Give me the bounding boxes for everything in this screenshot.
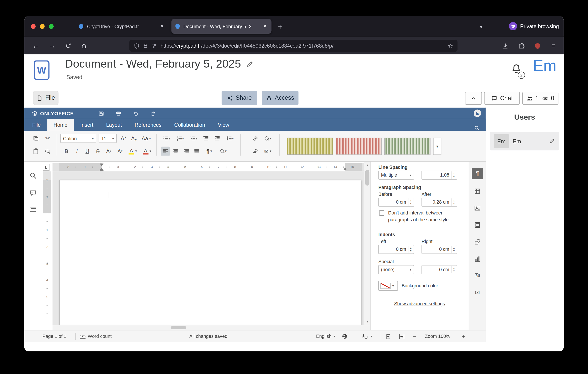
document-page[interactable] — [59, 180, 361, 325]
extensions-button[interactable] — [515, 40, 527, 52]
language-selector[interactable]: English ▾ — [316, 330, 336, 342]
clear-style-button[interactable] — [251, 134, 260, 143]
home-button[interactable] — [78, 40, 90, 52]
new-tab-button[interactable]: + — [275, 21, 285, 32]
forward-button[interactable]: → — [46, 40, 58, 52]
tab-document[interactable]: Document - Wed, February 5, 2 × — [171, 19, 272, 34]
align-center-button[interactable] — [171, 147, 180, 156]
menu-tab-layout[interactable]: Layout — [100, 119, 128, 131]
align-justify-button[interactable] — [192, 147, 201, 156]
spacing-after-input[interactable]: 0.28 cm ▴▾ — [421, 198, 457, 207]
rename-pencil-icon[interactable] — [246, 60, 253, 67]
collapse-toolbar-button[interactable] — [465, 92, 482, 105]
scroll-up-icon[interactable]: ▴ — [364, 163, 371, 167]
align-left-button[interactable] — [161, 147, 170, 156]
special-indent-value-input[interactable]: 0 cm ▴▾ — [421, 265, 457, 274]
print-button[interactable] — [113, 109, 124, 118]
paragraph-style-preview-1[interactable] — [287, 138, 333, 155]
zoom-out-button[interactable]: − — [413, 330, 417, 342]
change-case-button[interactable]: Aa▾ — [140, 134, 153, 143]
bookmark-star-icon[interactable]: ☆ — [448, 42, 453, 49]
vertical-scroll-thumb[interactable] — [365, 170, 369, 186]
page-indicator[interactable]: Page 1 of 1 — [42, 330, 66, 342]
tab-stop-selector[interactable]: L — [43, 164, 49, 171]
list-tabs-chevron-icon[interactable]: ▾ — [476, 21, 486, 32]
user-list-item[interactable]: Em Em — [490, 132, 559, 150]
mail-merge-button[interactable]: ✉▾ — [262, 147, 273, 156]
ublock-origin-button[interactable] — [531, 40, 543, 52]
first-line-indent-marker[interactable] — [100, 164, 104, 166]
zoom-in-button[interactable]: + — [462, 330, 465, 342]
vertical-scrollbar[interactable]: ▴ ▾ — [364, 162, 370, 325]
spinner[interactable]: ▴▾ — [451, 171, 456, 179]
header-footer-settings-icon[interactable] — [472, 219, 483, 231]
share-button[interactable]: Share — [221, 91, 257, 105]
edit-name-pencil-icon[interactable] — [549, 138, 556, 144]
fit-page-button[interactable] — [385, 330, 391, 342]
spinner[interactable]: ▴▾ — [408, 198, 413, 206]
word-count-button[interactable]: 123 Word count — [80, 330, 112, 342]
advanced-settings-link[interactable]: Show advanced settings — [394, 301, 445, 306]
reload-button[interactable] — [62, 40, 74, 52]
right-indent-marker[interactable] — [343, 168, 347, 170]
spacing-before-input[interactable]: 0 cm ▴▾ — [378, 198, 414, 207]
paste-button[interactable] — [31, 147, 40, 156]
editor-user-badge[interactable]: E — [474, 109, 481, 117]
undo-button[interactable] — [130, 109, 141, 118]
document-title[interactable]: Document - Wed, February 5, 2025 — [65, 57, 241, 70]
decrease-indent-button[interactable] — [201, 134, 210, 143]
downloads-button[interactable] — [499, 40, 511, 52]
line-spacing-value-input[interactable]: 1.08 ▴▾ — [421, 171, 457, 180]
back-button[interactable]: ← — [30, 40, 42, 52]
spinner[interactable]: ▴▾ — [451, 246, 456, 253]
traffic-minimize-button[interactable] — [40, 24, 44, 29]
padlock-icon[interactable] — [143, 43, 148, 49]
document-language-button[interactable] — [342, 330, 348, 342]
font-color-button[interactable]: A ▾ — [141, 147, 153, 156]
image-settings-icon[interactable] — [472, 203, 483, 214]
mail-merge-settings-icon[interactable]: ✉ — [472, 287, 483, 298]
font-size-select[interactable]: 11▾ — [99, 134, 116, 143]
shape-settings-icon[interactable] — [472, 236, 483, 248]
menu-tab-view[interactable]: View — [211, 119, 235, 131]
zoom-level[interactable]: Zoom 100% — [425, 330, 450, 342]
chart-settings-icon[interactable] — [472, 253, 483, 265]
copy-button[interactable] — [31, 134, 40, 143]
multilevel-list-button[interactable]: ▾ — [188, 134, 199, 143]
interval-checkbox[interactable] — [379, 210, 384, 216]
paragraph-settings-icon[interactable]: ¶ — [472, 168, 483, 179]
spinner[interactable]: ▴▾ — [408, 246, 413, 253]
copy-style-button[interactable] — [251, 147, 260, 156]
underline-button[interactable]: U — [83, 147, 92, 156]
strikethrough-button[interactable]: S — [93, 147, 102, 156]
save-button[interactable] — [95, 109, 107, 118]
text-art-settings-icon[interactable]: Ta — [472, 269, 483, 280]
editor-search-button[interactable] — [474, 125, 479, 131]
permissions-icon[interactable] — [152, 43, 157, 49]
subscript-button[interactable]: A2 — [115, 147, 125, 156]
redo-button[interactable] — [147, 109, 159, 118]
file-menu-button[interactable]: File — [33, 91, 59, 105]
italic-button[interactable]: I — [73, 147, 82, 156]
chat-button[interactable]: Chat — [484, 92, 520, 105]
menu-tab-insert[interactable]: Insert — [74, 119, 100, 131]
navigation-headings-icon[interactable] — [29, 206, 37, 213]
font-name-select[interactable]: Calibri▾ — [61, 134, 96, 143]
grow-font-button[interactable]: A▴ — [119, 134, 128, 143]
comments-icon[interactable] — [29, 189, 37, 197]
line-spacing-select[interactable]: Multiple ▾ — [378, 171, 414, 180]
spinner[interactable]: ▴▾ — [451, 266, 456, 273]
increase-indent-button[interactable] — [213, 134, 222, 143]
line-spacing-button[interactable]: ▾ — [224, 134, 236, 143]
tracking-protection-shield-icon[interactable] — [134, 43, 139, 49]
hanging-indent-marker[interactable] — [100, 168, 104, 170]
url-bar[interactable]: https://cryptpad.fr/doc/#/3/doc/edit/ff0… — [129, 40, 458, 52]
paragraph-style-preview-3[interactable] — [384, 138, 430, 155]
presence-counts-button[interactable]: 1 0 — [522, 92, 558, 105]
tab-close-icon[interactable]: × — [159, 23, 165, 30]
fit-width-button[interactable] — [399, 330, 405, 342]
traffic-close-button[interactable] — [31, 24, 36, 29]
app-menu-button[interactable]: ≡ — [547, 40, 559, 52]
spellcheck-button[interactable]: ▾ — [362, 330, 372, 342]
highlight-color-button[interactable]: A ▾ — [127, 147, 138, 156]
